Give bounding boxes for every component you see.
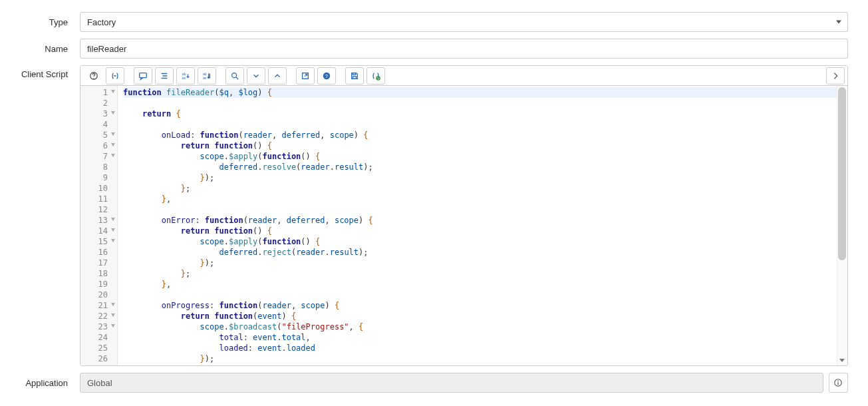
scrollbar-vertical[interactable] [837,86,847,365]
code-line[interactable] [123,119,847,130]
line-number: 7 [80,151,117,162]
fold-icon[interactable] [111,324,115,327]
code-line[interactable]: }; [123,364,847,365]
svg-text:ab: ab [203,72,207,76]
code-line[interactable]: scope.$apply(function() { [123,151,847,162]
replace-all-icon[interactable]: abac [198,67,216,85]
line-number: 27 [80,364,117,366]
code-line[interactable] [123,204,847,215]
chevron-up-icon[interactable] [268,67,287,85]
fold-icon[interactable] [111,239,115,242]
svg-text:ac: ac [203,76,207,80]
popout-icon[interactable] [296,67,315,85]
comment-icon[interactable] [134,67,152,85]
fold-icon[interactable] [111,143,115,146]
toggle-diff-icon[interactable] [366,67,385,85]
line-number: 17 [80,258,117,268]
application-label: Application [0,378,80,388]
save-icon[interactable] [345,67,364,85]
code-line[interactable]: loaded: event.loaded [123,343,847,353]
code-line[interactable]: return { [123,108,847,119]
syntax-check-icon[interactable] [106,67,124,85]
line-number: 22 [80,311,117,321]
code-area[interactable]: function fileReader($q, $log) { return {… [118,86,847,365]
code-line[interactable]: }); [123,172,847,183]
replace-icon[interactable]: abac [176,67,195,85]
code-line[interactable]: onError: function(reader, deferred, scop… [123,215,847,226]
fold-icon[interactable] [111,303,115,306]
line-gutter: 1234567891011121314151617181920212223242… [80,86,118,365]
fold-icon[interactable] [111,90,115,93]
type-select[interactable]: Factory [80,12,848,32]
help-icon[interactable] [84,67,103,85]
search-icon[interactable] [225,67,244,85]
line-number: 5 [80,130,117,140]
line-number: 25 [80,343,117,353]
line-number: 2 [80,98,117,108]
svg-rect-11 [353,73,355,75]
svg-text:ac: ac [182,76,186,80]
line-number: 4 [80,119,117,130]
code-line[interactable]: return function() { [123,140,847,151]
svg-point-15 [838,381,839,382]
fold-icon[interactable] [111,132,115,136]
svg-rect-2 [140,73,147,77]
code-line[interactable]: function fileReader($q, $log) { [123,87,847,98]
code-editor: abac abac [80,65,848,366]
chevron-down-icon[interactable] [247,67,265,85]
code-line[interactable]: onProgress: function(reader, scope) { [123,300,847,311]
line-number: 9 [80,172,117,183]
chevron-right-icon[interactable] [826,67,845,85]
code-line[interactable]: }); [123,258,847,268]
code-line[interactable]: scope.$apply(function() { [123,236,847,247]
editor-toolbar: abac abac [80,66,847,86]
fold-icon[interactable] [111,228,115,232]
application-input [80,373,823,393]
scroll-down-icon[interactable] [837,355,847,365]
line-number: 14 [80,226,117,236]
client-script-label: Client Script [0,65,80,79]
code-line[interactable]: }, [123,279,847,290]
code-line[interactable]: total: event.total, [123,332,847,343]
fold-icon[interactable] [111,313,115,317]
fold-icon[interactable] [111,111,115,114]
help-circle-icon[interactable]: ? [317,67,336,85]
name-input[interactable] [80,39,848,59]
code-line[interactable]: }, [123,194,847,204]
line-number: 23 [80,321,117,332]
line-number: 19 [80,279,117,290]
line-number: 16 [80,247,117,258]
code-line[interactable]: onLoad: function(reader, deferred, scope… [123,130,847,140]
code-line[interactable]: deferred.resolve(reader.result); [123,162,847,172]
code-line[interactable] [123,290,847,300]
fold-icon[interactable] [111,218,115,221]
code-line[interactable]: }); [123,353,847,364]
scroll-thumb[interactable] [838,87,846,260]
line-number: 10 [80,183,117,194]
code-line[interactable]: return function(event) { [123,311,847,321]
svg-point-1 [93,77,94,78]
code-line[interactable]: }; [123,268,847,279]
info-icon[interactable] [829,373,848,393]
type-label: Type [0,17,80,27]
line-number: 26 [80,353,117,364]
svg-point-7 [232,73,237,77]
svg-rect-16 [838,382,839,385]
code-line[interactable]: scope.$broadcast("fileProgress", { [123,321,847,332]
line-number: 8 [80,162,117,172]
code-line[interactable]: return function() { [123,226,847,236]
code-line[interactable] [123,98,847,108]
line-number: 3 [80,108,117,119]
code-line[interactable]: }; [123,183,847,194]
line-number: 24 [80,332,117,343]
line-number: 6 [80,140,117,151]
line-number: 12 [80,204,117,215]
line-number: 20 [80,290,117,300]
line-number: 18 [80,268,117,279]
code-line[interactable]: deferred.reject(reader.result); [123,247,847,258]
fold-icon[interactable] [111,154,115,157]
line-number: 13 [80,215,117,226]
format-code-icon[interactable] [155,67,174,85]
name-label: Name [0,44,80,54]
line-number: 15 [80,236,117,247]
